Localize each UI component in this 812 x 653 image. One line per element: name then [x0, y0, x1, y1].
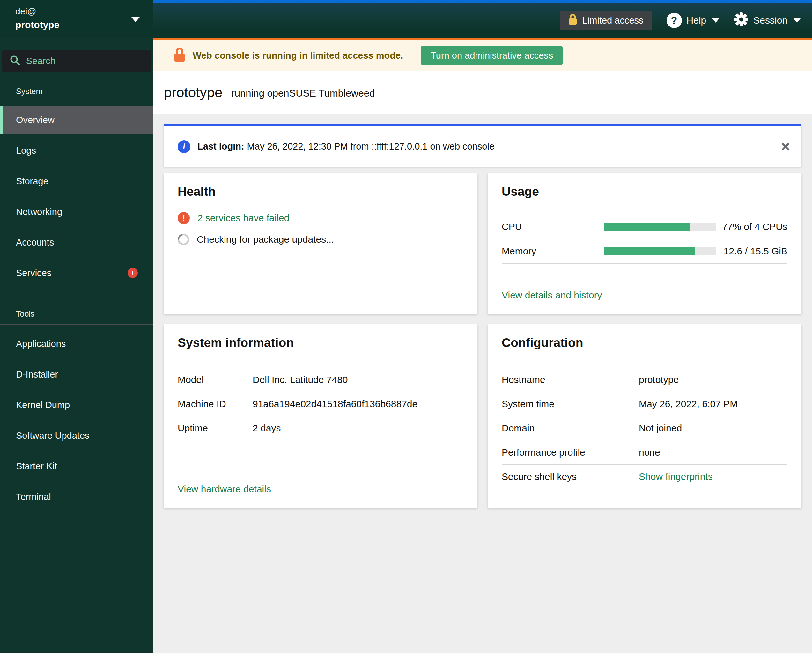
last-login-label: Last login: [197, 141, 244, 151]
system-nav-list: Overview Logs Storage Networking Account… [0, 106, 153, 288]
sidebar-item-d-installer[interactable]: D-Installer [0, 359, 153, 390]
chevron-down-icon[interactable] [131, 17, 140, 22]
health-card-title: Health [178, 185, 463, 198]
uptime-label: Uptime [178, 423, 253, 433]
help-icon: ? [667, 13, 682, 28]
sidebar-item-label: Software Updates [16, 430, 90, 441]
sidebar-item-label: Kernel Dump [16, 400, 70, 410]
tools-nav-list: Applications D-Installer Kernel Dump Sof… [0, 328, 153, 512]
search-input[interactable] [26, 56, 147, 66]
table-row: Hostname prototype [502, 368, 788, 392]
sidebar-item-overview[interactable]: Overview [0, 106, 153, 134]
table-row: Machine ID 91a6a194e02d41518fa60f136b688… [178, 392, 463, 416]
machine-id-value: 91a6a194e02d41518fa60f136b6887de [253, 398, 463, 409]
view-details-history-link[interactable]: View details and history [502, 290, 602, 301]
domain-value: Not joined [639, 423, 788, 433]
sidebar-item-logs[interactable]: Logs [0, 135, 153, 166]
chevron-down-icon [794, 18, 801, 23]
sidebar-item-label: D-Installer [16, 369, 58, 380]
sidebar-section-system: System [0, 80, 153, 102]
last-login-alert: i Last login:May 26, 2022, 12:30 PM from… [163, 124, 801, 167]
sidebar-item-label: Storage [16, 176, 49, 186]
help-menu[interactable]: ? Help [667, 13, 719, 28]
memory-label: Memory [502, 246, 604, 257]
sidebar-item-terminal[interactable]: Terminal [0, 481, 153, 512]
lock-icon [568, 14, 577, 27]
system-time-label: System time [502, 398, 639, 409]
cpu-value: 77% of 4 CPUs [716, 221, 788, 232]
memory-value: 12.6 / 15.5 GiB [716, 246, 788, 257]
performance-profile-value: none [639, 447, 788, 458]
failed-services-link[interactable]: 2 services have failed [197, 213, 290, 224]
services-alert-badge: ! [128, 268, 138, 278]
domain-label: Domain [502, 423, 639, 433]
session-menu[interactable]: Session [734, 12, 801, 29]
configuration-card: Configuration Hostname prototype System … [488, 324, 801, 508]
spinner-icon [176, 232, 191, 247]
limited-access-label: Limited access [582, 15, 644, 26]
sidebar-item-label: Networking [16, 207, 62, 217]
memory-progress-bar [604, 247, 716, 255]
sidebar-item-label: Applications [16, 339, 66, 349]
help-label: Help [687, 15, 707, 26]
sidebar: dei@ prototype System Overview Logs Stor… [0, 0, 153, 653]
sidebar-item-label: Terminal [16, 492, 51, 502]
model-label: Model [178, 374, 253, 385]
main-content: i Last login:May 26, 2022, 12:30 PM from… [153, 114, 812, 653]
cpu-progress-bar [604, 223, 716, 231]
sidebar-section-tools: Tools [0, 301, 153, 325]
sidebar-item-accounts[interactable]: Accounts [0, 227, 153, 258]
accent-stripe [153, 0, 812, 3]
gear-icon [734, 12, 748, 29]
sidebar-item-networking[interactable]: Networking [0, 197, 153, 227]
sidebar-item-label: Logs [16, 145, 36, 156]
turn-on-admin-access-button[interactable]: Turn on administrative access [421, 46, 563, 66]
cpu-usage-row: CPU 77% of 4 CPUs [502, 215, 788, 239]
sidebar-item-services[interactable]: Services ! [0, 258, 153, 288]
performance-profile-label: Performance profile [502, 447, 639, 458]
show-fingerprints-link[interactable]: Show fingerprints [639, 471, 788, 482]
limited-access-button[interactable]: Limited access [560, 11, 652, 30]
table-row: Domain Not joined [502, 416, 788, 440]
page-subtitle: running openSUSE Tumbleweed [231, 86, 375, 99]
cpu-label: CPU [502, 221, 604, 232]
hostname-value: prototype [639, 374, 788, 385]
system-time-value: May 26, 2022, 6:07 PM [639, 398, 788, 409]
sidebar-search[interactable] [2, 50, 151, 72]
checking-updates-text: Checking for package updates... [197, 234, 334, 245]
lock-icon [174, 47, 186, 64]
usage-card-title: Usage [502, 185, 788, 198]
chevron-down-icon [712, 18, 719, 23]
last-login-text: Last login:May 26, 2022, 12:30 PM from :… [197, 141, 495, 152]
page-title: prototype [164, 84, 222, 101]
sidebar-item-label: Overview [16, 115, 55, 125]
memory-usage-row: Memory 12.6 / 15.5 GiB [502, 239, 788, 264]
system-information-card: System information Model Dell Inc. Latit… [163, 324, 478, 508]
sidebar-item-starter-kit[interactable]: Starter Kit [0, 451, 153, 481]
configuration-title: Configuration [502, 336, 788, 350]
masthead: Limited access ? Help [153, 0, 812, 38]
current-host: prototype [15, 18, 140, 32]
host-switcher[interactable]: dei@ prototype [0, 0, 153, 38]
table-row: Secure shell keys Show fingerprints [502, 465, 788, 489]
table-row: Performance profile none [502, 440, 788, 465]
sidebar-item-label: Services [16, 268, 51, 278]
sidebar-item-storage[interactable]: Storage [0, 166, 153, 197]
limited-access-banner: Web console is running in limited access… [153, 38, 812, 71]
uptime-value: 2 days [253, 423, 463, 433]
health-card: Health ! 2 services have failed Checking… [163, 173, 478, 314]
close-icon[interactable] [780, 142, 791, 152]
last-login-value: May 26, 2022, 12:30 PM from ::ffff:127.0… [247, 141, 495, 151]
info-icon: i [178, 140, 191, 153]
table-row: Uptime 2 days [178, 416, 463, 440]
sidebar-item-label: Accounts [16, 237, 54, 248]
sidebar-item-label: Starter Kit [16, 461, 57, 471]
session-label: Session [753, 15, 788, 26]
sidebar-item-applications[interactable]: Applications [0, 328, 153, 359]
sidebar-item-kernel-dump[interactable]: Kernel Dump [0, 390, 153, 420]
view-hardware-details-link[interactable]: View hardware details [178, 484, 271, 494]
banner-message: Web console is running in limited access… [192, 50, 403, 61]
sidebar-item-software-updates[interactable]: Software Updates [0, 420, 153, 451]
table-row: Model Dell Inc. Latitude 7480 [178, 368, 463, 392]
usage-card: Usage CPU 77% of 4 CPUs Memory 12.6 / 15… [488, 173, 801, 314]
